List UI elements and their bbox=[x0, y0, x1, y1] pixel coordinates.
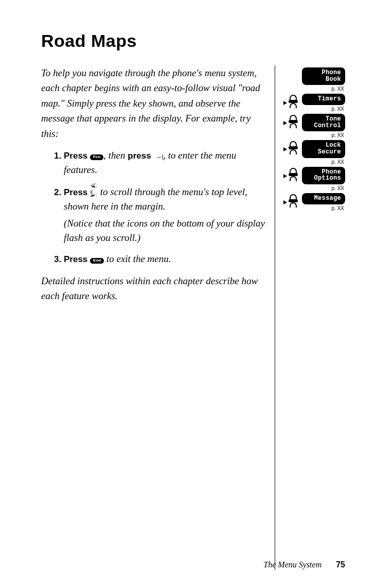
roadmap-menu-group: Messagep. XX bbox=[285, 193, 345, 213]
fcn-key-icon: Fcn bbox=[90, 154, 103, 160]
press-label-2: press bbox=[128, 151, 151, 161]
scroll-indicator-icon bbox=[285, 94, 299, 109]
roadmap-menu-item: PhoneOptions bbox=[302, 167, 345, 184]
page-title: Road Maps bbox=[41, 31, 345, 51]
scroll-indicator-icon bbox=[285, 114, 299, 129]
step-2-note: (Notice that the icons on the bottom of … bbox=[64, 218, 265, 243]
end-key-icon: End bbox=[90, 258, 104, 264]
roadmap-menu-item: ToneControl bbox=[302, 114, 345, 131]
roadmap-menu-item: LockSecure bbox=[302, 140, 345, 158]
roadmap-sidebar: PhoneBookp. XXTimersp. XXToneControlp. X… bbox=[275, 65, 345, 570]
press-label: Press bbox=[64, 187, 87, 197]
press-label: Press bbox=[64, 151, 87, 161]
roadmap-page-ref: p. XX bbox=[285, 185, 344, 191]
step-1-mid: , then bbox=[103, 150, 128, 161]
scroll-indicator-icon bbox=[285, 193, 299, 209]
outro-paragraph: Detailed instructions within each chapte… bbox=[41, 273, 266, 304]
scroll-indicator-icon bbox=[285, 167, 299, 182]
step-2: Press ⮘⁞or⮚⁞ to scroll through the menu'… bbox=[64, 184, 266, 245]
roadmap-menu-group: Timersp. XX bbox=[285, 94, 345, 114]
roadmap-menu-group: PhoneOptionsp. XX bbox=[285, 167, 345, 193]
roadmap-menu-item: Timers bbox=[302, 94, 345, 105]
scroll-up-down-key-icon: ⮘⁞or⮚⁞ bbox=[90, 184, 98, 197]
step-3-tail: to exit the menu. bbox=[104, 253, 171, 264]
body-text-column: To help you navigate through the phone's… bbox=[41, 65, 266, 311]
press-label: Press bbox=[64, 254, 87, 264]
roadmap-page-ref: p. XX bbox=[285, 159, 344, 165]
roadmap-menu-item: PhoneBook bbox=[302, 67, 345, 85]
step-3: Press End to exit the menu. bbox=[64, 252, 266, 266]
step-list: Press Fcn, then press →⁞, to enter the m… bbox=[41, 148, 266, 266]
roadmap-menu-group: PhoneBookp. XX bbox=[285, 67, 345, 94]
roadmap-page-ref: p. XX bbox=[285, 86, 344, 92]
footer-page-number: 75 bbox=[336, 560, 345, 569]
intro-paragraph: To help you navigate through the phone's… bbox=[41, 65, 266, 141]
roadmap-page-ref: p. XX bbox=[285, 132, 344, 138]
roadmap-menu-group: LockSecurep. XX bbox=[285, 140, 345, 166]
scroll-indicator-icon bbox=[285, 140, 299, 155]
step-1: Press Fcn, then press →⁞, to enter the m… bbox=[64, 148, 266, 177]
roadmap-menu-item: Message bbox=[302, 193, 345, 204]
right-arrow-dotted-key-icon: →⁞ bbox=[153, 153, 163, 161]
roadmap-menu-group: ToneControlp. XX bbox=[285, 114, 345, 140]
page-footer: The Menu System 75 bbox=[263, 560, 345, 569]
footer-section-name: The Menu System bbox=[263, 560, 321, 569]
